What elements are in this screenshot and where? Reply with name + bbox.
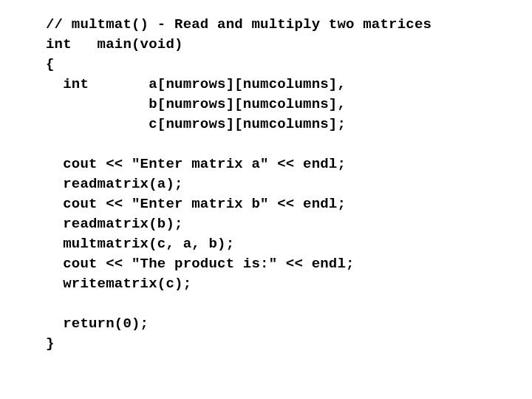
code-block: // multmat() - Read and multiply two mat… [46, 15, 432, 354]
slide-page: // multmat() - Read and multiply two mat… [0, 0, 532, 399]
